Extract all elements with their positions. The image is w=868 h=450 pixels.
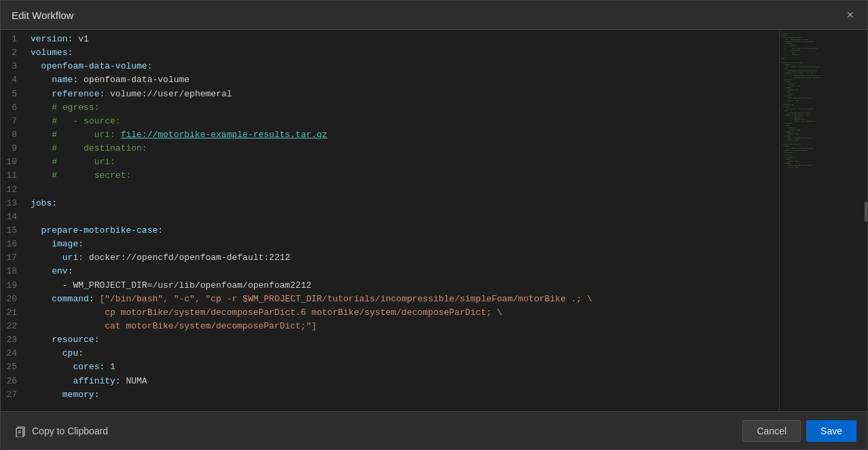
line-code	[28, 210, 779, 224]
copy-label: Copy to Clipboard	[32, 426, 108, 436]
line-number: 2	[1, 46, 28, 60]
table-row: 25 cores: 1	[1, 360, 779, 374]
minimap-content: version: v1 volumes: openfoam-data-volum…	[780, 30, 867, 171]
line-code: - WM_PROJECT_DIR=/usr/lib/openfoam/openf…	[28, 279, 779, 293]
line-number: 17	[1, 251, 28, 265]
table-row: 1 version: v1	[1, 33, 779, 46]
line-number: 12	[1, 183, 28, 197]
minimap: version: v1 volumes: openfoam-data-volum…	[779, 30, 867, 411]
line-number: 6	[1, 101, 28, 115]
table-row: 26 affinity: NUMA	[1, 375, 779, 388]
line-code: openfoam-data-volume:	[28, 60, 779, 73]
line-number: 1	[1, 33, 28, 46]
line-code: version: v1	[28, 33, 779, 46]
line-number: 10	[1, 155, 28, 169]
line-number: 7	[1, 115, 28, 128]
line-number: 15	[1, 224, 28, 238]
line-number: 21	[1, 306, 28, 320]
line-number: 25	[1, 360, 28, 374]
line-code: cat motorBike/system/decomposeParDict;"]	[28, 320, 779, 333]
table-row: 7 # - source:	[1, 115, 779, 128]
line-code: cp motorBike/system/decomposeParDict.6 m…	[28, 306, 779, 320]
table-row: 3 openfoam-data-volume:	[1, 60, 779, 73]
line-code: jobs:	[28, 197, 779, 210]
clipboard-icon	[14, 425, 26, 437]
table-row: 11 # secret:	[1, 169, 779, 183]
footer-actions: Cancel Save	[742, 420, 856, 442]
table-row: 15 prepare-motorbike-case:	[1, 224, 779, 238]
table-row: 5 reference: volume://user/ephemeral	[1, 88, 779, 101]
table-row: 18 env:	[1, 265, 779, 278]
line-code: memory:	[28, 388, 779, 402]
close-button[interactable]: ×	[844, 7, 856, 22]
editor-area: 1 version: v1 2 volumes: 3 openfoam-data…	[1, 30, 867, 411]
line-code: reference: volume://user/ephemeral	[28, 88, 779, 101]
line-code: image:	[28, 238, 779, 251]
table-row: 21 cp motorBike/system/decomposeParDict.…	[1, 306, 779, 320]
line-number: 24	[1, 347, 28, 360]
table-row: 24 cpu:	[1, 347, 779, 360]
line-code: affinity: NUMA	[28, 375, 779, 388]
table-row: 12	[1, 183, 779, 197]
line-code: uri: docker://opencfd/openfoam-default:2…	[28, 251, 779, 265]
line-code	[28, 183, 779, 197]
line-code: # uri: file://motorbike-example-results.…	[28, 128, 779, 142]
table-row: 22 cat motorBike/system/decomposeParDict…	[1, 320, 779, 333]
line-code: cores: 1	[28, 360, 779, 374]
line-code: cpu:	[28, 347, 779, 360]
line-code: resource:	[28, 333, 779, 347]
line-number: 23	[1, 333, 28, 347]
table-row: 19 - WM_PROJECT_DIR=/usr/lib/openfoam/op…	[1, 279, 779, 293]
table-row: 10 # uri:	[1, 155, 779, 169]
line-code: # egress:	[28, 101, 779, 115]
table-row: 20 command: ["/bin/bash", "-c", "cp -r $…	[1, 293, 779, 306]
line-number: 16	[1, 238, 28, 251]
table-row: 27 memory:	[1, 388, 779, 402]
table-row: 8 # uri: file://motorbike-example-result…	[1, 128, 779, 142]
title-bar: Edit Workflow ×	[1, 1, 867, 30]
line-number: 26	[1, 375, 28, 388]
table-row: 13 jobs:	[1, 197, 779, 210]
minimap-scrollbar[interactable]	[865, 30, 867, 411]
line-number: 4	[1, 73, 28, 87]
table-row: 9 # destination:	[1, 142, 779, 155]
line-code: command: ["/bin/bash", "-c", "cp -r $WM_…	[28, 293, 779, 306]
copy-to-clipboard-button[interactable]: Copy to Clipboard	[12, 419, 111, 443]
line-code: # - source:	[28, 115, 779, 128]
line-code: prepare-motorbike-case:	[28, 224, 779, 238]
edit-workflow-modal: Edit Workflow × 1 version: v1 2 volumes:	[0, 0, 868, 450]
line-code: name: openfoam-data-volume	[28, 73, 779, 87]
line-code: # uri:	[28, 155, 779, 169]
table-row: 16 image:	[1, 238, 779, 251]
line-code: # secret:	[28, 169, 779, 183]
table-row: 6 # egress:	[1, 101, 779, 115]
line-number: 20	[1, 293, 28, 306]
footer: Copy to Clipboard Cancel Save	[1, 411, 867, 449]
line-code: # destination:	[28, 142, 779, 155]
line-number: 14	[1, 210, 28, 224]
minimap-scrollbar-thumb	[865, 202, 867, 222]
table-row: 17 uri: docker://opencfd/openfoam-defaul…	[1, 251, 779, 265]
line-number: 9	[1, 142, 28, 155]
code-table: 1 version: v1 2 volumes: 3 openfoam-data…	[1, 33, 779, 402]
line-number: 13	[1, 197, 28, 210]
line-code: env:	[28, 265, 779, 278]
line-number: 11	[1, 169, 28, 183]
code-editor[interactable]: 1 version: v1 2 volumes: 3 openfoam-data…	[1, 30, 779, 411]
line-number: 18	[1, 265, 28, 278]
modal-title: Edit Workflow	[12, 10, 73, 21]
table-row: 2 volumes:	[1, 46, 779, 60]
table-row: 4 name: openfoam-data-volume	[1, 73, 779, 87]
line-number: 22	[1, 320, 28, 333]
table-row: 14	[1, 210, 779, 224]
line-code: volumes:	[28, 46, 779, 60]
save-button[interactable]: Save	[806, 420, 856, 442]
line-number: 19	[1, 279, 28, 293]
line-number: 5	[1, 88, 28, 101]
line-number: 3	[1, 60, 28, 73]
line-number: 27	[1, 388, 28, 402]
line-number: 8	[1, 128, 28, 142]
table-row: 23 resource:	[1, 333, 779, 347]
cancel-button[interactable]: Cancel	[742, 420, 801, 442]
